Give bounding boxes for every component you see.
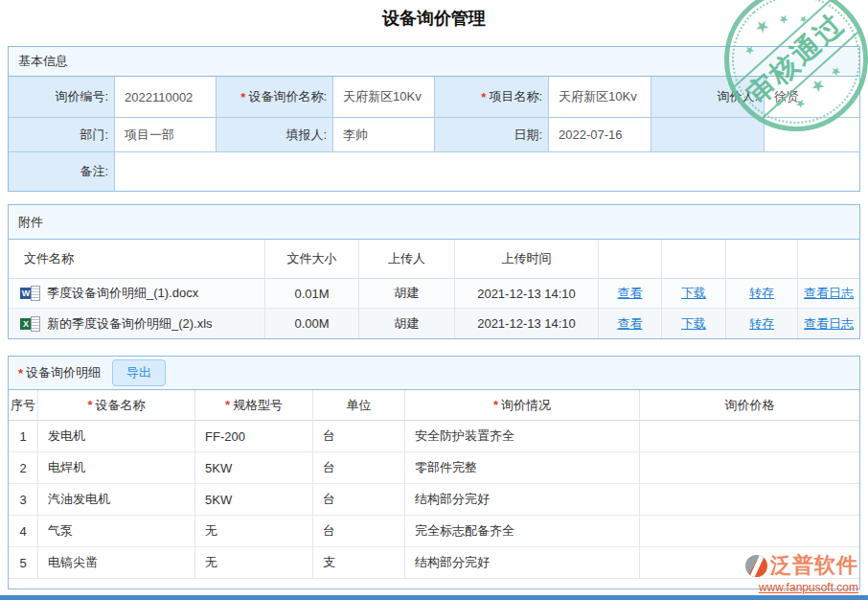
attachment-row: X 新的季度设备询价明细_(2).xls 0.00M 胡建 2021-12-13… [9, 309, 859, 338]
inquirer-label: 询价人: [651, 77, 765, 118]
detail-table-footer [9, 579, 859, 588]
label-text: 部门: [80, 127, 108, 144]
seq-cell: 5 [9, 547, 38, 579]
transfer-link[interactable]: 转存 [749, 285, 774, 302]
fanpu-logo-icon [745, 555, 767, 577]
label-text: 询价人: [717, 88, 758, 105]
basic-info-row-2: 部门: 项目一部 填报人: 李帅 日期: 2022-07-16 [9, 118, 859, 152]
header-text: 询价情况 [501, 397, 551, 414]
empty-label-cell [651, 118, 765, 152]
detail-section: * 设备询价明细 导出 序号 *设备名称 *规格型号 单位 *询价情况 询价价格… [8, 356, 860, 589]
filler-label: 填报人: [217, 118, 333, 152]
required-marker: * [493, 398, 498, 412]
detail-row: 3 汽油发电机 5KW 台 结构部分完好 [9, 484, 859, 516]
attachments-section: 附件 文件名称 文件大小 上传人 上传时间 W 季度设备询价明细_(1).doc… [8, 204, 860, 339]
col-equipment-name: *设备名称 [38, 390, 195, 421]
attachments-header: 附件 [9, 205, 859, 240]
col-inquiry-price: 询价价格 [640, 390, 859, 421]
file-size-cell: 0.00M [265, 309, 359, 338]
view-log-link[interactable]: 查看日志 [804, 315, 854, 333]
basic-info-row-1: 询价编号: 2022110002 *设备询价名称: 天府新区10Kv *项目名称… [9, 77, 859, 118]
detail-title: 设备询价明细 [26, 364, 101, 381]
project-name-label: *项目名称: [435, 77, 549, 118]
view-link[interactable]: 查看 [618, 285, 643, 302]
uploader-cell: 胡建 [359, 279, 455, 309]
file-size-cell: 0.01M [265, 279, 359, 309]
fanpu-logo-row: 泛普软件 [745, 551, 858, 580]
equipment-name-cell: 电镐尖凿 [38, 547, 195, 579]
price-cell [640, 516, 859, 547]
model-cell: FF-200 [195, 421, 313, 452]
upload-time-cell: 2021-12-13 14:10 [455, 309, 599, 338]
model-cell: 无 [195, 516, 313, 547]
detail-row: 2 电焊机 5KW 台 零部件完整 [9, 452, 859, 484]
file-name-text: 新的季度设备询价明细_(2).xls [47, 315, 213, 333]
label-text: 设备询价名称: [248, 88, 327, 105]
detail-row: 1 发电机 FF-200 台 安全防护装置齐全 [9, 421, 859, 452]
detail-table-header: 序号 *设备名称 *规格型号 单位 *询价情况 询价价格 [9, 390, 859, 421]
department-label: 部门: [9, 118, 115, 152]
model-cell: 5KW [195, 484, 313, 516]
unit-cell: 台 [313, 516, 405, 547]
upload-time-cell: 2021-12-13 14:10 [455, 279, 599, 309]
basic-info-row-3: 备注: [9, 152, 859, 191]
doc-page-glyph [31, 286, 40, 301]
status-cell: 结构部分完好 [405, 484, 640, 516]
view-log-link[interactable]: 查看日志 [804, 285, 854, 302]
download-link[interactable]: 下载 [681, 285, 706, 302]
label-text: 询价编号: [55, 88, 108, 105]
detail-title-bar: * 设备询价明细 导出 [9, 357, 859, 390]
remarks-label: 备注: [9, 152, 115, 191]
status-cell: 安全防护装置齐全 [405, 421, 640, 452]
filler-value: 李帅 [333, 118, 435, 152]
view-link[interactable]: 查看 [618, 315, 643, 333]
col-unit: 单位 [313, 390, 405, 421]
file-name-text: 季度设备询价明细_(1).docx [47, 285, 198, 302]
required-marker: * [225, 398, 230, 412]
attachment-row: W 季度设备询价明细_(1).docx 0.01M 胡建 2021-12-13 … [9, 279, 859, 309]
col-upload-time: 上传时间 [455, 240, 599, 279]
fanpu-website-link[interactable]: www.fanpusoft.com [745, 581, 858, 594]
inquiry-no-label: 询价编号: [9, 77, 115, 118]
uploader-cell: 胡建 [359, 309, 455, 338]
download-link[interactable]: 下载 [681, 315, 706, 333]
page-title: 设备询价管理 [0, 0, 868, 46]
col-file-name: 文件名称 [9, 240, 265, 279]
status-cell: 结构部分完好 [405, 547, 640, 579]
col-file-size: 文件大小 [265, 240, 359, 279]
price-cell [640, 452, 859, 484]
seq-cell: 4 [9, 516, 38, 547]
department-value: 项目一部 [115, 118, 217, 152]
doc-page-glyph [31, 316, 40, 332]
excel-file-icon: X [20, 316, 40, 332]
seq-cell: 3 [9, 484, 38, 516]
detail-row: 5 电镐尖凿 无 支 结构部分完好 [9, 547, 859, 579]
inquirer-value: 徐贤 [765, 77, 859, 118]
basic-info-section: 基本信息 询价编号: 2022110002 *设备询价名称: 天府新区10Kv … [8, 46, 860, 192]
unit-cell: 台 [313, 484, 405, 516]
label-text: 填报人: [286, 127, 327, 144]
status-cell: 零部件完整 [405, 452, 640, 484]
transfer-link[interactable]: 转存 [749, 315, 774, 333]
seq-cell: 1 [9, 421, 38, 452]
col-seq: 序号 [9, 390, 38, 421]
remarks-value [115, 152, 859, 191]
status-cell: 完全标志配备齐全 [405, 516, 640, 547]
col-action-4 [798, 240, 859, 279]
equipment-name-cell: 气泵 [38, 516, 195, 547]
equipment-inquiry-name-value: 天府新区10Kv [333, 77, 435, 118]
col-inquiry-status: *询价情况 [405, 390, 640, 421]
header-text: 设备名称 [96, 397, 146, 414]
unit-cell: 台 [313, 421, 405, 452]
header-text: 规格型号 [233, 397, 283, 414]
export-button[interactable]: 导出 [112, 359, 166, 386]
detail-row: 4 气泵 无 台 完全标志配备齐全 [9, 516, 859, 547]
file-name-cell: X 新的季度设备询价明细_(2).xls [9, 309, 265, 338]
unit-cell: 支 [313, 547, 405, 579]
basic-info-header: 基本信息 [9, 47, 859, 77]
label-text: 日期: [514, 127, 542, 144]
bottom-scrollbar[interactable] [0, 595, 868, 600]
price-cell [640, 421, 859, 452]
price-cell [640, 484, 859, 516]
equipment-name-cell: 发电机 [38, 421, 195, 452]
